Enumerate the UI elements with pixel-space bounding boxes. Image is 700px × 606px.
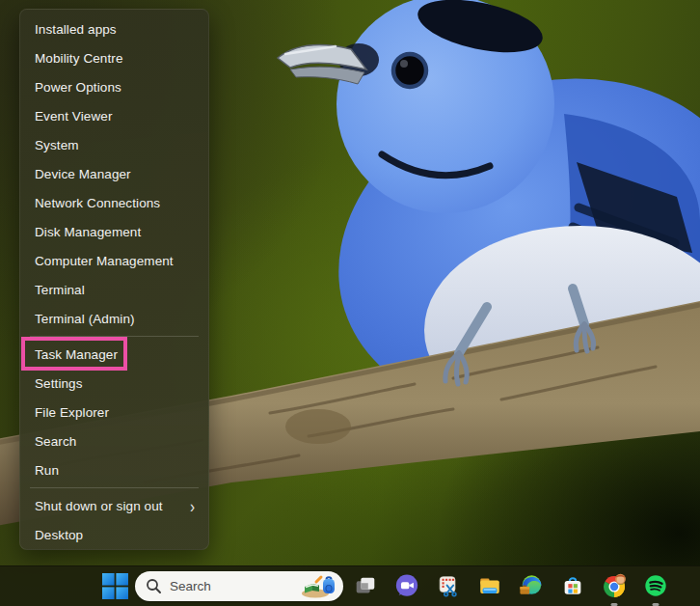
menu-item-label: Network Connections (35, 196, 160, 210)
bird-eye (393, 54, 426, 87)
google-chrome-icon (602, 573, 628, 599)
menu-item-label: Terminal (Admin) (35, 312, 135, 326)
menu-item-label: Run (35, 463, 59, 478)
menu-item-label: Shut down or sign out (35, 499, 163, 513)
search-placeholder: Search (170, 579, 211, 593)
microsoft-edge-icon (519, 573, 544, 598)
taskbar-icons (352, 572, 669, 599)
menu-item-label: Installed apps (35, 22, 117, 37)
menu-item-label: Desktop (35, 528, 83, 542)
microsoft-store-icon (560, 573, 585, 598)
screen: Installed apps Mobility Centre Power Opt… (0, 0, 700, 606)
google-chrome-button[interactable] (601, 572, 628, 599)
menu-item-disk-management[interactable]: Disk Management (20, 217, 208, 246)
snipping-tool-icon (436, 573, 461, 598)
task-view-button[interactable] (352, 572, 379, 599)
menu-item-system[interactable]: System (20, 130, 208, 159)
microsoft-edge-button[interactable] (518, 572, 545, 599)
menu-item-installed-apps[interactable]: Installed apps (20, 14, 208, 43)
start-button[interactable] (101, 572, 128, 599)
menu-item-device-manager[interactable]: Device Manager (20, 159, 208, 188)
menu-item-terminal-admin[interactable]: Terminal (Admin) (20, 304, 208, 333)
menu-item-label: Terminal (35, 283, 85, 297)
bird-eye-gloss (400, 60, 408, 68)
menu-item-label: Computer Management (35, 254, 174, 268)
spotify-icon (643, 573, 668, 598)
teams-chat-button[interactable] (393, 572, 420, 599)
winx-context-menu: Installed apps Mobility Centre Power Opt… (19, 9, 209, 550)
taskbar: Search (0, 565, 700, 606)
menu-item-label: System (35, 138, 79, 152)
menu-item-file-explorer[interactable]: File Explorer (20, 398, 208, 427)
search-highlights-art-icon (300, 573, 338, 598)
taskbar-search-box[interactable]: Search (135, 571, 343, 601)
menu-item-label: Settings (35, 376, 83, 391)
microsoft-store-button[interactable] (559, 572, 586, 599)
menu-item-mobility-centre[interactable]: Mobility Centre (20, 43, 208, 72)
menu-item-label: Disk Management (35, 225, 141, 239)
menu-item-label: Search (35, 434, 76, 449)
menu-item-shut-down-or-sign-out[interactable]: Shut down or sign out › (20, 491, 208, 520)
file-explorer-button[interactable] (476, 572, 503, 599)
submenu-chevron-icon: › (190, 497, 195, 515)
menu-item-desktop[interactable]: Desktop (20, 520, 208, 549)
menu-item-event-viewer[interactable]: Event Viewer (20, 101, 208, 130)
snipping-tool-button[interactable] (435, 572, 462, 599)
menu-item-network-connections[interactable]: Network Connections (20, 188, 208, 217)
task-view-icon (353, 573, 378, 598)
menu-item-power-options[interactable]: Power Options (20, 72, 208, 101)
spotify-button[interactable] (642, 572, 669, 599)
menu-item-computer-management[interactable]: Computer Management (20, 246, 208, 275)
menu-item-search[interactable]: Search (20, 427, 208, 455)
file-explorer-icon (477, 573, 502, 598)
menu-item-terminal[interactable]: Terminal (20, 275, 208, 304)
magnifier-icon (146, 578, 162, 594)
menu-item-label: Event Viewer (35, 109, 113, 124)
menu-item-label: Task Manager (35, 347, 118, 362)
menu-separator (30, 336, 199, 337)
menu-separator (30, 487, 199, 488)
menu-item-label: Power Options (35, 80, 121, 95)
menu-item-settings[interactable]: Settings (20, 369, 208, 398)
menu-item-label: Device Manager (35, 167, 131, 181)
menu-item-task-manager[interactable]: Task Manager (20, 340, 208, 369)
teams-chat-icon (394, 573, 419, 598)
menu-item-label: Mobility Centre (35, 51, 123, 66)
menu-item-label: File Explorer (35, 405, 109, 420)
menu-item-run[interactable]: Run (20, 455, 208, 484)
windows-logo-icon (102, 573, 128, 599)
